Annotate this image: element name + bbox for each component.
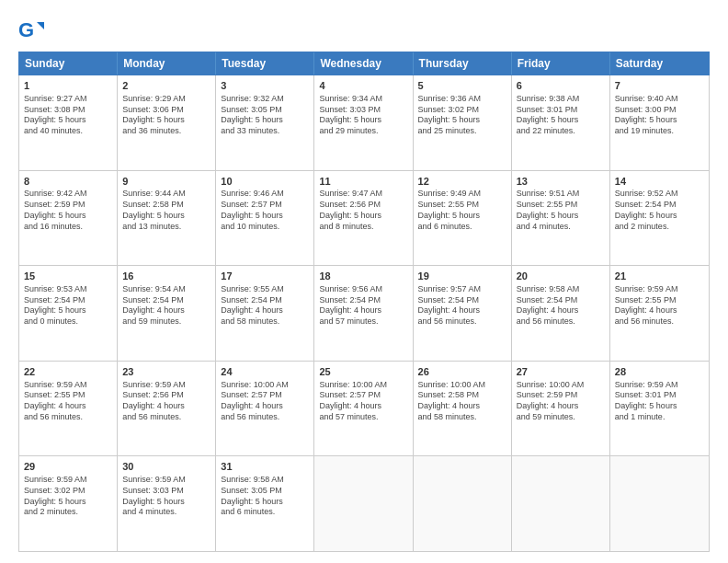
cell-text: Sunrise: 10:00 AMSunset: 2:57 PMDaylight…	[221, 380, 309, 423]
day-cell-7: 7Sunrise: 9:40 AMSunset: 3:00 PMDaylight…	[610, 75, 709, 170]
cell-text: Sunrise: 9:59 AMSunset: 2:55 PMDaylight:…	[615, 284, 704, 327]
cell-text: Sunrise: 9:59 AMSunset: 2:56 PMDaylight:…	[122, 380, 210, 423]
day-cell-1: 1Sunrise: 9:27 AMSunset: 3:08 PMDaylight…	[19, 75, 118, 170]
day-cell-28: 28Sunrise: 9:59 AMSunset: 3:01 PMDayligh…	[610, 362, 709, 456]
day-number: 18	[319, 270, 407, 283]
day-number: 26	[418, 365, 506, 379]
day-number: 12	[418, 175, 506, 189]
calendar-row-1: 8Sunrise: 9:42 AMSunset: 2:59 PMDaylight…	[19, 171, 709, 267]
day-number: 22	[24, 365, 112, 379]
calendar-row-4: 29Sunrise: 9:59 AMSunset: 3:02 PMDayligh…	[19, 456, 709, 551]
day-number: 19	[418, 270, 506, 283]
empty-cell	[610, 456, 709, 551]
day-cell-26: 26Sunrise: 10:00 AMSunset: 2:58 PMDaylig…	[414, 362, 512, 456]
day-number: 5	[418, 79, 506, 93]
cell-text: Sunrise: 10:00 AMSunset: 2:58 PMDaylight…	[418, 380, 506, 423]
cell-text: Sunrise: 9:59 AMSunset: 3:02 PMDaylight:…	[24, 475, 112, 518]
cell-text: Sunrise: 9:42 AMSunset: 2:59 PMDaylight:…	[24, 189, 112, 232]
day-number: 31	[221, 460, 309, 474]
day-cell-30: 30Sunrise: 9:59 AMSunset: 3:03 PMDayligh…	[118, 456, 216, 551]
cell-text: Sunrise: 9:57 AMSunset: 2:54 PMDaylight:…	[418, 284, 506, 327]
day-number: 9	[122, 175, 210, 189]
day-number: 16	[122, 270, 210, 283]
cell-text: Sunrise: 9:27 AMSunset: 3:08 PMDaylight:…	[24, 94, 112, 137]
cell-text: Sunrise: 10:00 AMSunset: 2:57 PMDaylight…	[319, 380, 407, 423]
calendar-row-2: 15Sunrise: 9:53 AMSunset: 2:54 PMDayligh…	[19, 266, 709, 362]
cell-text: Sunrise: 9:58 AMSunset: 3:05 PMDaylight:…	[221, 475, 309, 518]
day-number: 30	[122, 460, 210, 474]
weekday-thursday: Thursday	[414, 52, 512, 75]
cell-text: Sunrise: 9:40 AMSunset: 3:00 PMDaylight:…	[615, 94, 704, 137]
day-cell-5: 5Sunrise: 9:36 AMSunset: 3:02 PMDaylight…	[414, 75, 512, 170]
cell-text: Sunrise: 9:34 AMSunset: 3:03 PMDaylight:…	[319, 94, 407, 137]
cell-text: Sunrise: 9:51 AMSunset: 2:55 PMDaylight:…	[517, 189, 605, 232]
weekday-wednesday: Wednesday	[314, 52, 413, 75]
cell-text: Sunrise: 9:46 AMSunset: 2:57 PMDaylight:…	[221, 189, 309, 232]
day-number: 4	[319, 79, 407, 93]
calendar-row-0: 1Sunrise: 9:27 AMSunset: 3:08 PMDaylight…	[19, 75, 709, 171]
cell-text: Sunrise: 9:49 AMSunset: 2:55 PMDaylight:…	[418, 189, 506, 232]
day-number: 6	[517, 79, 605, 93]
day-number: 27	[517, 365, 605, 379]
calendar: SundayMondayTuesdayWednesdayThursdayFrid…	[18, 52, 710, 552]
day-cell-24: 24Sunrise: 10:00 AMSunset: 2:57 PMDaylig…	[216, 362, 314, 456]
day-number: 13	[517, 175, 605, 189]
day-cell-18: 18Sunrise: 9:56 AMSunset: 2:54 PMDayligh…	[314, 266, 413, 361]
day-number: 25	[319, 365, 407, 379]
calendar-row-3: 22Sunrise: 9:59 AMSunset: 2:55 PMDayligh…	[19, 362, 709, 457]
empty-cell	[414, 456, 512, 551]
cell-text: Sunrise: 9:38 AMSunset: 3:01 PMDaylight:…	[517, 94, 605, 137]
cell-text: Sunrise: 9:58 AMSunset: 2:54 PMDaylight:…	[517, 284, 605, 327]
day-cell-23: 23Sunrise: 9:59 AMSunset: 2:56 PMDayligh…	[118, 362, 216, 456]
day-number: 21	[615, 270, 704, 283]
day-cell-12: 12Sunrise: 9:49 AMSunset: 2:55 PMDayligh…	[414, 171, 512, 266]
cell-text: Sunrise: 9:29 AMSunset: 3:06 PMDaylight:…	[122, 94, 210, 137]
day-cell-13: 13Sunrise: 9:51 AMSunset: 2:55 PMDayligh…	[512, 171, 610, 266]
day-cell-6: 6Sunrise: 9:38 AMSunset: 3:01 PMDaylight…	[512, 75, 610, 170]
cell-text: Sunrise: 9:56 AMSunset: 2:54 PMDaylight:…	[319, 284, 407, 327]
svg-text:G: G	[18, 18, 34, 41]
weekday-saturday: Saturday	[610, 52, 709, 75]
day-cell-10: 10Sunrise: 9:46 AMSunset: 2:57 PMDayligh…	[216, 171, 314, 266]
day-cell-4: 4Sunrise: 9:34 AMSunset: 3:03 PMDaylight…	[314, 75, 413, 170]
day-cell-9: 9Sunrise: 9:44 AMSunset: 2:58 PMDaylight…	[118, 171, 216, 266]
day-cell-2: 2Sunrise: 9:29 AMSunset: 3:06 PMDaylight…	[118, 75, 216, 170]
cell-text: Sunrise: 9:36 AMSunset: 3:02 PMDaylight:…	[418, 94, 506, 137]
day-number: 28	[615, 365, 704, 379]
cell-text: Sunrise: 9:32 AMSunset: 3:05 PMDaylight:…	[221, 94, 309, 137]
day-cell-31: 31Sunrise: 9:58 AMSunset: 3:05 PMDayligh…	[216, 456, 314, 551]
day-number: 17	[221, 270, 309, 283]
cell-text: Sunrise: 9:55 AMSunset: 2:54 PMDaylight:…	[221, 284, 309, 327]
empty-cell	[512, 456, 610, 551]
page: G SundayMondayTuesdayWednesdayThursdayFr…	[0, 0, 728, 563]
day-number: 2	[122, 79, 210, 93]
day-number: 8	[24, 175, 112, 189]
cell-text: Sunrise: 9:59 AMSunset: 3:01 PMDaylight:…	[615, 380, 704, 423]
cell-text: Sunrise: 9:53 AMSunset: 2:54 PMDaylight:…	[24, 284, 112, 327]
cell-text: Sunrise: 9:47 AMSunset: 2:56 PMDaylight:…	[319, 189, 407, 232]
day-cell-20: 20Sunrise: 9:58 AMSunset: 2:54 PMDayligh…	[512, 266, 610, 361]
svg-marker-1	[37, 22, 44, 29]
day-cell-22: 22Sunrise: 9:59 AMSunset: 2:55 PMDayligh…	[19, 362, 118, 456]
day-number: 14	[615, 175, 704, 189]
day-number: 15	[24, 270, 112, 283]
day-cell-11: 11Sunrise: 9:47 AMSunset: 2:56 PMDayligh…	[314, 171, 413, 266]
logo-icon: G	[18, 18, 44, 44]
weekday-tuesday: Tuesday	[216, 52, 314, 75]
cell-text: Sunrise: 9:44 AMSunset: 2:58 PMDaylight:…	[122, 189, 210, 232]
empty-cell	[314, 456, 413, 551]
weekday-friday: Friday	[512, 52, 610, 75]
day-cell-15: 15Sunrise: 9:53 AMSunset: 2:54 PMDayligh…	[19, 266, 118, 361]
day-number: 10	[221, 175, 309, 189]
day-number: 3	[221, 79, 309, 93]
day-cell-17: 17Sunrise: 9:55 AMSunset: 2:54 PMDayligh…	[216, 266, 314, 361]
day-number: 29	[24, 460, 112, 474]
cell-text: Sunrise: 9:54 AMSunset: 2:54 PMDaylight:…	[122, 284, 210, 327]
header: G	[18, 15, 710, 44]
day-number: 1	[24, 79, 112, 93]
day-cell-21: 21Sunrise: 9:59 AMSunset: 2:55 PMDayligh…	[610, 266, 709, 361]
weekday-sunday: Sunday	[19, 52, 118, 75]
calendar-header: SundayMondayTuesdayWednesdayThursdayFrid…	[18, 52, 710, 75]
day-number: 11	[319, 175, 407, 189]
day-cell-25: 25Sunrise: 10:00 AMSunset: 2:57 PMDaylig…	[314, 362, 413, 456]
